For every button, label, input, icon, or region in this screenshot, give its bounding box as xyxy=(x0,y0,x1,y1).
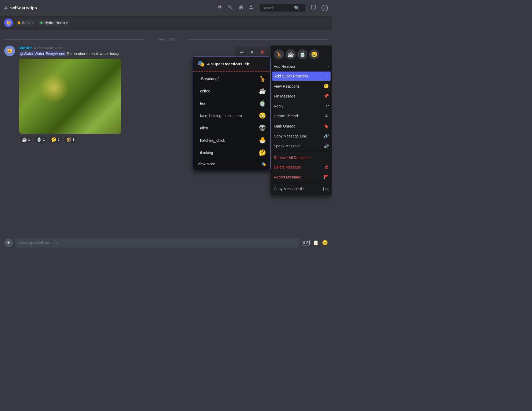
quick-emoji-row: 🦒 ☕ 🍵 😢 xyxy=(271,47,332,62)
copy-link-icon: 🔗 xyxy=(324,133,329,139)
quick-emoji-tea[interactable]: 🍵 xyxy=(297,49,308,59)
copy-id-label: Copy Message ID xyxy=(274,187,304,191)
reaction-thinking[interactable]: 🤔 1 xyxy=(49,136,62,143)
delete-message-icon: 🗑 xyxy=(325,165,329,170)
view-more-label: View More xyxy=(197,162,215,166)
reaction-coffee[interactable]: ☕ 1 xyxy=(19,136,32,143)
hashtag-icon[interactable] xyxy=(217,5,222,11)
add-super-reaction-item[interactable]: Add Super Reaction › xyxy=(272,72,331,81)
members-icon[interactable] xyxy=(249,5,254,11)
super-item-tea[interactable]: tea 🍵 xyxy=(193,97,270,110)
remove-reactions-label: Remove All Reactions xyxy=(274,156,310,160)
super-reaction-list: :Breaddog2: 🦒 coffee ☕ tea 🍵 face_holdin… xyxy=(193,72,270,170)
emoji-button[interactable]: 😊 xyxy=(322,240,328,246)
hydro-label: Hydro Homies xyxy=(44,21,68,25)
copy-id-item[interactable]: Copy Message ID ID xyxy=(271,184,332,193)
super-item-alien-emoji: 👽 xyxy=(259,125,266,132)
remove-reactions-item[interactable]: Remove All Reactions xyxy=(271,153,332,162)
create-thread-label: Create Thread xyxy=(274,114,298,118)
super-item-chick-name: hatching_chick xyxy=(197,138,259,143)
pin-icon[interactable] xyxy=(238,5,244,11)
super-item-face-name: face_holding_back_tears xyxy=(197,114,259,118)
delete-action-icon[interactable]: 🗑 xyxy=(258,48,267,57)
super-item-tea-emoji: 🍵 xyxy=(259,100,266,107)
super-item-breaddog-name: :Breaddog2: xyxy=(197,77,259,81)
user-avatar: 🐱 xyxy=(4,46,15,56)
super-item-coffee[interactable]: coffee ☕ xyxy=(193,85,270,97)
super-item-thinking-emoji: 🤔 xyxy=(259,149,266,156)
super-item-coffee-emoji: ☕ xyxy=(259,88,266,95)
admin-status[interactable]: Admin xyxy=(15,20,35,26)
add-attachment-button[interactable]: + xyxy=(4,238,13,247)
report-message-label: Report Message xyxy=(274,175,301,179)
view-more-item[interactable]: View More 🎭 xyxy=(193,159,270,169)
channel-hash-icon: # xyxy=(4,5,8,12)
mention[interactable]: @Water Water Everywhere xyxy=(19,51,66,56)
input-icons: GIF 📋 😊 xyxy=(302,240,328,246)
super-reaction-header: 🎭 4 Super Reactions left xyxy=(193,57,270,72)
mute-icon[interactable] xyxy=(228,5,233,11)
super-item-breaddog-emoji: 🦒 xyxy=(259,75,266,82)
super-item-chick[interactable]: hatching_chick 🐣 xyxy=(193,134,270,147)
quick-emoji-cry[interactable]: 😢 xyxy=(309,49,319,59)
message-input-area: + Message #self-care-tips GIF 📋 😊 xyxy=(0,238,332,252)
mark-unread-item[interactable]: Mark Unread 🔖 xyxy=(271,121,332,131)
super-reaction-icon: 🎭 xyxy=(197,60,205,67)
context-menu: 🦒 ☕ 🍵 😢 Add Reaction › Add Super Reactio… xyxy=(271,46,332,195)
create-thread-item[interactable]: Create Thread xyxy=(271,111,332,121)
speak-message-icon: 🔊 xyxy=(324,143,329,148)
report-message-item[interactable]: Report Message 🚩 xyxy=(271,172,332,182)
reply-item[interactable]: Reply ↩ xyxy=(271,101,332,111)
add-super-reaction-label: Add Super Reaction xyxy=(274,74,308,78)
super-reaction-title: 4 Super Reactions left xyxy=(207,62,250,66)
header-icons: 🔍 ? xyxy=(217,4,328,12)
search-input[interactable] xyxy=(263,6,292,10)
timestamp: 06/25/2020 10:36 AM xyxy=(34,47,62,50)
copy-link-label: Copy Message Link xyxy=(274,134,307,138)
view-reactions-icon: 🙂 xyxy=(324,84,329,89)
super-item-alien-name: alien xyxy=(197,126,259,130)
username: Wotter xyxy=(19,46,32,50)
view-reactions-item[interactable]: View Reactions 🙂 xyxy=(271,81,332,91)
reaction-monkey[interactable]: 🐒 1 xyxy=(64,136,77,143)
help-icon[interactable]: ? xyxy=(321,5,328,11)
message-input[interactable]: Message #self-care-tips xyxy=(15,238,299,248)
super-item-face-emoji: 🥹 xyxy=(259,112,266,119)
toolbar: 🐱 Admin Hydro Homies xyxy=(0,16,332,29)
reaction-tea[interactable]: 🍵 1 xyxy=(34,136,47,143)
hydro-status[interactable]: Hydro Homies xyxy=(38,20,71,26)
quick-emoji-coffee[interactable]: ☕ xyxy=(286,49,296,59)
copy-id-icon: ID xyxy=(323,187,329,191)
header: # self-care-tips 🔍 ? xyxy=(0,0,332,16)
message-action-bar: ↩ # 🗑 xyxy=(235,47,269,58)
thread-action-icon[interactable]: # xyxy=(248,48,256,57)
hydro-dot xyxy=(40,21,43,24)
super-item-face[interactable]: face_holding_back_tears 🥹 xyxy=(193,110,270,122)
message-image xyxy=(19,59,121,134)
report-message-icon: 🚩 xyxy=(324,174,329,180)
search-icon: 🔍 xyxy=(294,5,299,10)
gif-button[interactable]: GIF xyxy=(302,240,310,245)
super-item-thinking[interactable]: thinking 🤔 xyxy=(193,147,270,159)
main-area: June 25, 2020 🐱 Wotter 06/25/2020 10:36 … xyxy=(0,29,332,252)
super-reaction-chevron: › xyxy=(327,74,328,78)
quick-emoji-giraffe[interactable]: 🦒 xyxy=(274,49,284,59)
search-box[interactable]: 🔍 xyxy=(260,4,305,12)
channel-name: self-care-tips xyxy=(10,6,37,10)
context-divider-2 xyxy=(271,183,332,183)
create-thread-icon xyxy=(325,113,329,119)
svg-rect-0 xyxy=(312,5,316,9)
inbox-icon[interactable] xyxy=(311,5,316,11)
super-item-breaddog[interactable]: :Breaddog2: 🦒 xyxy=(193,73,270,85)
add-reaction-item[interactable]: Add Reaction › xyxy=(271,62,332,71)
add-reaction-label: Add Reaction xyxy=(274,64,296,69)
sticker-button[interactable]: 📋 xyxy=(313,240,319,246)
speak-message-item[interactable]: Speak Message 🔊 xyxy=(271,141,332,151)
delete-message-item[interactable]: Delete Message 🗑 xyxy=(271,162,332,172)
reply-action-icon[interactable]: ↩ xyxy=(237,48,246,57)
copy-link-item[interactable]: Copy Message Link 🔗 xyxy=(271,131,332,141)
super-item-alien[interactable]: alien 👽 xyxy=(193,122,270,134)
pin-message-item[interactable]: Pin Message 📌 xyxy=(271,91,332,101)
view-more-icon: 🎭 xyxy=(261,162,266,166)
date-divider: June 25, 2020 xyxy=(4,38,328,41)
